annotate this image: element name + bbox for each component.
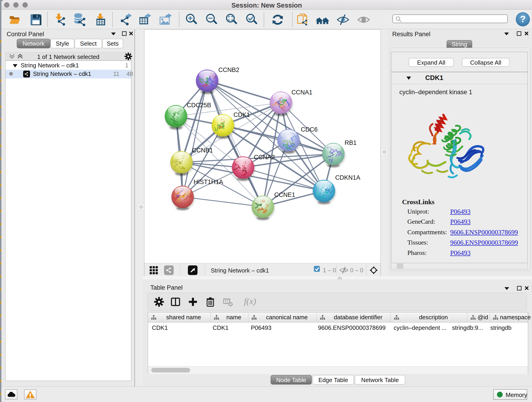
- svg-text:CCNB2: CCNB2: [218, 66, 239, 73]
- svg-text:CDKN1A: CDKN1A: [335, 174, 360, 181]
- svg-text:CCNE1: CCNE1: [274, 191, 295, 198]
- svg-text:CCNB1: CCNB1: [192, 147, 213, 154]
- svg-text:CCNA2: CCNA2: [254, 154, 275, 161]
- svg-text:RB1: RB1: [345, 139, 357, 146]
- svg-text:CCNA1: CCNA1: [291, 89, 312, 96]
- svg-text:CDC25B: CDC25B: [187, 102, 211, 109]
- svg-text:HIST1H1A: HIST1H1A: [194, 179, 223, 185]
- svg-text:CDC6: CDC6: [301, 126, 318, 133]
- svg-text:CDK1: CDK1: [234, 111, 250, 118]
